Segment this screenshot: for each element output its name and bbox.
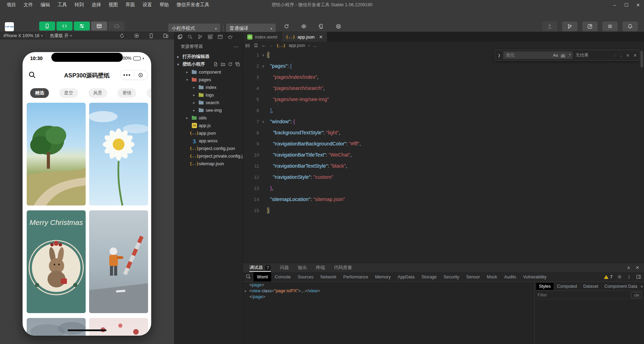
kebab-menu-icon[interactable] xyxy=(627,275,632,279)
wxml-node-1[interactable]: ▸<view class="page isIPX">…</view> xyxy=(243,288,534,294)
wallpaper-thumbnail-workers[interactable] xyxy=(89,210,148,313)
tree-item-search[interactable]: ▸search xyxy=(174,99,243,106)
wallpaper-thumbnail-tree[interactable] xyxy=(27,103,86,205)
devtools-tab-Wxml[interactable]: Wxml xyxy=(254,272,271,282)
editor-tab-index.wxml[interactable]: <>index.wxml xyxy=(243,32,282,42)
devtools-tab-Sources[interactable]: Sources xyxy=(294,272,317,282)
teapot-icon[interactable] xyxy=(227,34,233,40)
section-project-root[interactable]: ▾ 壁纸小程序 xyxy=(174,60,243,68)
tree-item-app.json[interactable]: {..}app.json xyxy=(174,129,243,137)
devtools-tab-AppData[interactable]: AppData xyxy=(394,272,418,282)
devtools-tab-Console[interactable]: Console xyxy=(271,272,294,282)
breadcrumb-more[interactable]: … xyxy=(313,43,317,48)
wxml-node-0[interactable]: <page> xyxy=(243,282,534,288)
section-open-editors[interactable]: ▸ 打开的编辑器 xyxy=(174,53,243,60)
inspect-element-icon[interactable] xyxy=(243,274,254,279)
nav-back-icon[interactable]: ← xyxy=(261,43,266,48)
menu-item-工具[interactable]: 工具 xyxy=(54,0,70,10)
menu-item-转到[interactable]: 转到 xyxy=(71,0,87,10)
menu-item-文件[interactable]: 文件 xyxy=(20,0,36,10)
devtools-tab-Sensor[interactable]: Sensor xyxy=(463,272,483,282)
devtools-tab-Audits[interactable]: Audits xyxy=(501,272,520,282)
devtools-tab-Performance[interactable]: Performance xyxy=(340,272,372,282)
tree-item-pages[interactable]: ▾pages xyxy=(174,76,243,83)
wallpaper-thumbnail-gray[interactable] xyxy=(27,318,86,336)
collapse-panel-icon[interactable]: ∧ xyxy=(627,265,630,270)
editor-scrollbar[interactable] xyxy=(641,51,643,67)
window-icon[interactable] xyxy=(217,34,223,40)
devtools-tab-Security[interactable]: Security xyxy=(440,272,463,282)
find-expand-icon[interactable]: ❯ xyxy=(498,53,500,57)
refresh-sm-icon[interactable] xyxy=(228,62,233,67)
bookmark-icon[interactable] xyxy=(254,43,258,48)
gear-icon[interactable] xyxy=(617,274,622,279)
menu-item-帮助[interactable]: 帮助 xyxy=(156,0,172,10)
dock-side-icon[interactable] xyxy=(636,274,641,279)
multi-device-icon[interactable] xyxy=(163,33,169,39)
devtools-tab-Network[interactable]: Network xyxy=(317,272,340,282)
home-indicator[interactable] xyxy=(68,329,106,331)
rotate-icon[interactable] xyxy=(119,33,125,39)
menu-item-设置[interactable]: 设置 xyxy=(139,0,155,10)
menu-item-项目[interactable]: 项目 xyxy=(3,0,19,10)
project-logo[interactable]: ASP 300 xyxy=(5,22,14,31)
tree-item-utils[interactable]: ▸utils xyxy=(174,114,243,121)
devtools-tab-Storage[interactable]: Storage xyxy=(418,272,440,282)
device-selector[interactable]: iPhone X 100% 16▾ xyxy=(0,32,46,40)
debugger-tab-问题[interactable]: 问题 xyxy=(280,263,289,272)
tree-item-project.config.json[interactable]: {..}project.config.json xyxy=(174,144,243,152)
devtools-tab-Memory[interactable]: Memory xyxy=(371,272,394,282)
styles-tab-Component Data[interactable]: Component Data xyxy=(602,283,640,290)
tree-item-sitemap.json[interactable]: {..}sitemap.json xyxy=(174,160,243,167)
whole-word-toggle[interactable]: ab xyxy=(561,53,565,57)
warning-counter[interactable]: 7 xyxy=(604,275,612,279)
wxml-node-2[interactable]: </page> xyxy=(243,294,534,300)
styles-tab-Computed[interactable]: Computed xyxy=(554,283,580,290)
nav-forward-icon[interactable]: → xyxy=(269,43,274,48)
category-chip-星空[interactable]: 星空 xyxy=(59,88,78,98)
devtools-tab-Vulnerability[interactable]: Vulnerability xyxy=(520,272,550,282)
category-chip-风景[interactable]: 风景 xyxy=(88,88,107,98)
extensions-icon[interactable] xyxy=(207,34,213,40)
tree-item-app.wxss[interactable]: ʒapp.wxss xyxy=(174,137,243,144)
styles-tab-Styles[interactable]: Styles xyxy=(536,283,553,290)
match-case-toggle[interactable]: Aa xyxy=(553,53,558,57)
category-chip-爱情[interactable]: 爱情 xyxy=(118,88,136,98)
tree-item-project.private.config.js...[interactable]: {..}project.private.config.js... xyxy=(174,152,243,160)
filter-input[interactable]: Filter xyxy=(538,293,547,297)
record-icon[interactable] xyxy=(134,33,139,39)
new-folder-icon[interactable] xyxy=(221,62,225,67)
more-tabs-icon[interactable]: » xyxy=(641,284,643,289)
search-sm-icon[interactable] xyxy=(187,34,193,40)
outline-icon[interactable] xyxy=(245,43,250,48)
tree-item-component[interactable]: ▸component xyxy=(174,68,243,76)
styles-tab-Dataset[interactable]: Dataset xyxy=(581,283,601,290)
chevron-right-icon[interactable]: ▸ xyxy=(245,289,247,293)
tree-item-see-img[interactable]: ▸see-img xyxy=(174,106,243,114)
hot-reload-toggle[interactable]: 热重载 开▾ xyxy=(46,32,75,40)
wxml-tree-pane[interactable]: <page>▸<view class="page isIPX">…</view>… xyxy=(243,282,534,344)
wallpaper-thumbnail-daisy[interactable] xyxy=(89,103,148,205)
find-next-icon[interactable]: ↓ xyxy=(620,53,622,58)
find-previous-icon[interactable]: ↑ xyxy=(614,53,616,58)
new-file-icon[interactable] xyxy=(213,62,218,67)
debugger-tab-调试器[interactable]: 调试器7 xyxy=(249,263,271,272)
breadcrumb-file[interactable]: app.json xyxy=(289,43,305,48)
minimize-button[interactable]: – xyxy=(609,0,620,10)
tree-item-app.js[interactable]: JSapp.js xyxy=(174,121,243,129)
devtools-tab-Mock[interactable]: Mock xyxy=(483,272,501,282)
regex-toggle[interactable]: .* xyxy=(568,53,571,57)
more-actions-icon[interactable]: ⋯ xyxy=(234,44,239,49)
source-control-icon[interactable] xyxy=(197,34,203,40)
category-chip-精选[interactable]: 精选 xyxy=(30,88,49,98)
menu-item-编辑[interactable]: 编辑 xyxy=(37,0,53,10)
find-close-icon[interactable]: ✕ xyxy=(633,53,637,58)
maximize-button[interactable]: ☐ xyxy=(620,0,632,10)
find-in-selection-icon[interactable]: ≡ xyxy=(627,53,629,58)
menu-item-视图[interactable]: 视图 xyxy=(105,0,121,10)
editor-tab-app.json[interactable]: {..}app.json✕ xyxy=(282,32,327,42)
menu-item-选择[interactable]: 选择 xyxy=(88,0,104,10)
debugger-tab-输出[interactable]: 输出 xyxy=(298,263,307,272)
collapse-all-icon[interactable] xyxy=(235,62,240,67)
close-button[interactable]: ✕ xyxy=(632,0,644,10)
